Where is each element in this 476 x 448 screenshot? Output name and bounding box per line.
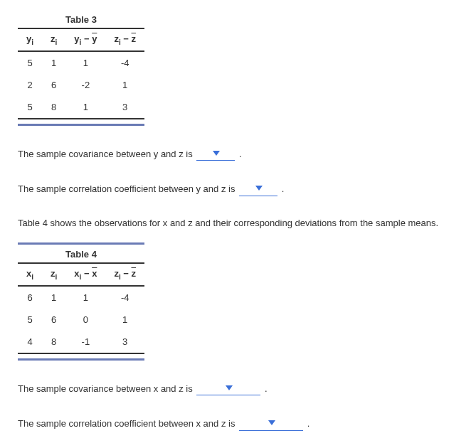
table-4-header-xdev: xi − x — [65, 263, 105, 286]
table-4-bottom-rule — [18, 358, 144, 361]
table-row: 6 1 1 -4 — [18, 286, 144, 309]
table-3-title: Table 3 — [18, 14, 144, 28]
table-4-top-rule — [18, 242, 144, 245]
dropdown-cov-yz[interactable] — [196, 146, 235, 161]
table-3-bottom-rule — [18, 124, 144, 126]
table-4-header-z: zi — [42, 263, 65, 286]
table-4-header-x: xi — [18, 263, 42, 286]
table-3-header-ydev: yi − y — [65, 28, 105, 51]
table-4: Table 4 xi zi xi − x zi − z 6 1 1 -4 5 6… — [18, 242, 144, 361]
table-row: 4 8 -1 3 — [18, 331, 144, 353]
table-row: 5 1 1 -4 — [18, 51, 144, 74]
statement-corr-yz: The sample correlation coefficient betwe… — [18, 181, 458, 196]
table-3-data: yi zi yi − y zi − z 5 1 1 -4 2 6 -2 1 5 … — [18, 28, 144, 119]
table-4-data: xi zi xi − x zi − z 6 1 1 -4 5 6 0 1 4 8 — [18, 262, 144, 354]
table-3: Table 3 yi zi yi − y zi − z 5 1 1 -4 2 6… — [18, 14, 144, 126]
dropdown-cov-xz[interactable] — [196, 380, 260, 396]
table-4-header-zdev: zi − z — [105, 263, 144, 286]
statement-cov-xz: The sample covariance between x and z is… — [18, 380, 458, 396]
table-row: 5 6 0 1 — [18, 309, 144, 331]
statement-corr-xz: The sample correlation coefficient betwe… — [18, 415, 458, 431]
dropdown-corr-yz[interactable] — [239, 181, 277, 196]
dropdown-corr-xz[interactable] — [239, 415, 303, 431]
table-4-title: Table 4 — [18, 249, 144, 262]
table-3-header-zdev: zi − z — [105, 28, 144, 51]
chevron-down-icon — [213, 151, 220, 156]
table-3-header-y: yi — [18, 28, 42, 51]
chevron-down-icon — [255, 186, 263, 191]
chevron-down-icon — [268, 420, 275, 425]
chevron-down-icon — [226, 385, 233, 390]
table-3-header-z: zi — [42, 28, 65, 51]
statement-cov-yz: The sample covariance between y and z is… — [18, 146, 458, 161]
table-row: 5 8 1 3 — [18, 96, 144, 119]
statement-table4-intro: Table 4 shows the observations for x and… — [18, 216, 458, 230]
table-row: 2 6 -2 1 — [18, 74, 144, 96]
